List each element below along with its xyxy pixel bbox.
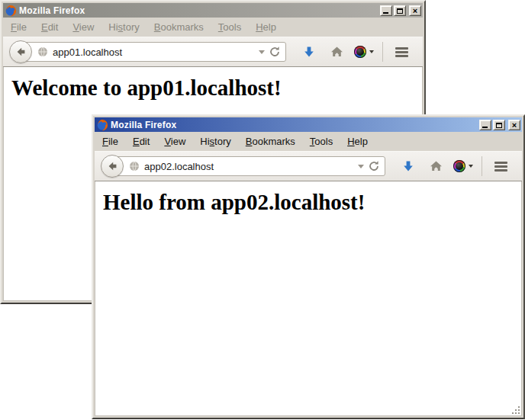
menu-item-help[interactable]: Help [343,134,372,149]
open-menu-button[interactable] [487,162,514,172]
menu-item-help[interactable]: Help [251,20,281,34]
downloads-button[interactable] [395,160,422,172]
page-heading: Hello from app02.localhost! [103,190,521,215]
menu-bar: FileEditViewHistoryBookmarksToolsHelp [95,132,522,151]
reload-icon[interactable] [368,160,380,172]
urlbar-dropdown-icon[interactable] [259,50,265,54]
menu-item-edit[interactable]: Edit [37,20,63,34]
close-button[interactable]: × [409,5,421,16]
minimize-button[interactable] [380,5,392,16]
menu-item-tools[interactable]: Tools [214,20,246,34]
toolbar-separator [482,156,482,176]
menu-item-bookmarks[interactable]: Bookmarks [241,134,300,149]
url-text[interactable]: app02.localhost [144,161,354,172]
menu-item-tools[interactable]: Tools [305,134,337,149]
home-button[interactable] [323,46,350,58]
minimize-button[interactable] [479,120,491,130]
page-content: Hello from app02.localhost! [95,181,522,416]
toolbar-separator [382,42,383,62]
downloads-button[interactable] [295,46,323,58]
download-arrow-icon [303,46,315,58]
back-button[interactable] [9,40,32,63]
menu-item-bookmarks[interactable]: Bookmarks [150,20,208,34]
menu-bar: FileEditViewHistoryBookmarksToolsHelp [3,18,423,37]
maximize-button[interactable] [493,120,505,130]
color-wheel-icon [453,160,465,172]
close-button[interactable]: × [508,120,520,130]
close-icon: × [512,120,517,130]
window-title: Mozilla Firefox [19,5,378,16]
url-bar[interactable]: app02.localhost [112,156,385,176]
addon-button[interactable] [449,160,477,172]
home-icon [330,46,343,58]
open-menu-button[interactable] [388,47,415,57]
close-icon: × [413,6,417,15]
minimize-icon [383,10,388,14]
back-arrow-icon [14,46,27,58]
firefox-window-app02[interactable]: Mozilla Firefox × FileEditViewHistoryBoo… [92,114,525,419]
globe-icon [37,46,49,58]
titlebar[interactable]: Mozilla Firefox × [95,117,522,132]
back-arrow-icon [106,160,118,172]
hamburger-icon [494,162,507,172]
menu-item-file[interactable]: File [98,134,123,149]
menu-item-file[interactable]: File [6,20,31,34]
addon-button[interactable] [350,46,378,58]
maximize-icon [496,123,502,128]
home-icon [430,160,443,172]
url-text[interactable]: app01.localhost [53,46,255,58]
maximize-button[interactable] [394,5,406,16]
maximize-icon [397,8,403,14]
minimize-icon [482,124,488,128]
menu-item-history[interactable]: History [104,20,143,34]
firefox-logo-icon [5,5,17,17]
download-arrow-icon [402,160,414,172]
globe-icon [128,160,140,172]
back-button[interactable] [101,155,124,178]
urlbar-dropdown-icon[interactable] [358,165,364,168]
url-bar[interactable]: app01.localhost [21,42,286,62]
hamburger-icon [395,47,408,57]
addon-dropdown-caret-icon [469,165,473,168]
menu-item-view[interactable]: View [159,134,190,149]
firefox-logo-icon [96,119,108,131]
navigation-toolbar: app01.localhost [3,37,423,67]
menu-item-history[interactable]: History [195,134,235,149]
addon-dropdown-caret-icon [369,50,374,53]
resize-grip[interactable] [510,404,520,415]
titlebar[interactable]: Mozilla Firefox × [3,3,423,18]
color-wheel-icon [354,46,366,58]
window-title: Mozilla Firefox [111,120,477,130]
menu-item-view[interactable]: View [68,20,98,34]
navigation-toolbar: app02.localhost [95,151,522,181]
page-heading: Welcome to app01.localhost! [11,75,422,101]
home-button[interactable] [422,160,449,172]
reload-icon[interactable] [269,46,281,58]
menu-item-edit[interactable]: Edit [128,134,154,149]
